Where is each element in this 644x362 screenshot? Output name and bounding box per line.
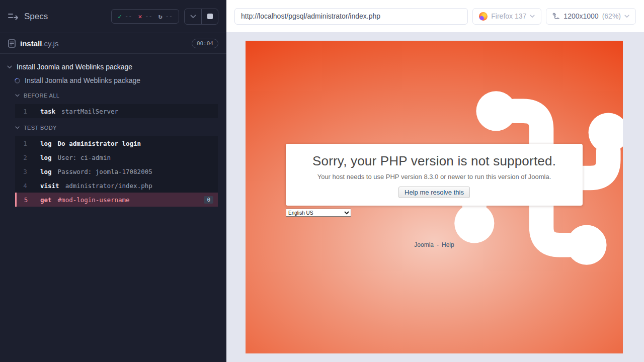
- error-subheading: Your host needs to use PHP version 8.3.0…: [286, 173, 583, 180]
- spec-file-name: install.cy.js: [20, 39, 58, 48]
- test-row[interactable]: Install Joomla and Weblinks package: [0, 73, 226, 88]
- stage: Sorry, your PHP version is not supported…: [226, 33, 644, 362]
- command-number: 3: [15, 168, 35, 175]
- chevron-down-icon: [624, 15, 629, 18]
- reporter: Install Joomla and Weblinks package Inst…: [0, 54, 226, 210]
- php-error-card: Sorry, your PHP version is not supported…: [286, 144, 583, 206]
- command-row[interactable]: 1 task startMailServer: [15, 104, 218, 118]
- browser-label: Firefox 137: [491, 12, 526, 20]
- command-row-active[interactable]: 5 get #mod-login-username 0: [15, 193, 218, 207]
- stop-icon: [207, 14, 213, 19]
- firefox-icon: [479, 12, 488, 21]
- command-message: Password: joomla-17082005: [58, 168, 152, 175]
- joomla-link[interactable]: Joomla: [414, 241, 434, 248]
- command-row[interactable]: 3 log Password: joomla-17082005: [15, 164, 218, 178]
- aut-header: Firefox 137 1200x1000 (62%): [226, 0, 644, 33]
- command-row[interactable]: 4 visit administrator/index.php: [15, 178, 218, 193]
- spec-file-icon: [8, 39, 16, 48]
- language-select[interactable]: English US: [286, 209, 351, 217]
- aut-footer: Joomla-Help: [246, 241, 623, 248]
- specs-header: Specs: [8, 12, 48, 22]
- command-number: 2: [15, 154, 35, 161]
- command-message: administrator/index.php: [65, 182, 152, 190]
- x-icon: ✕: [138, 13, 142, 20]
- ruler-icon: [552, 13, 560, 20]
- command-block-before-all: 1 task startMailServer: [15, 104, 218, 118]
- loop-icon: ↻: [158, 13, 163, 20]
- command-message: startMailServer: [61, 108, 118, 115]
- stat-failed: ✕ --: [138, 13, 152, 20]
- spec-timer: 00:04: [192, 39, 218, 48]
- suite-title: Install Joomla and Weblinks package: [17, 63, 132, 71]
- spec-file-row[interactable]: install.cy.js 00:04: [0, 33, 226, 54]
- failed-count: --: [145, 13, 152, 20]
- command-name: log: [40, 168, 52, 175]
- chevron-down-icon: [15, 94, 20, 97]
- command-number: 1: [15, 108, 35, 115]
- viewport-selector[interactable]: 1200x1000 (62%): [546, 8, 636, 25]
- stop-button[interactable]: [201, 9, 218, 24]
- url-input[interactable]: [234, 8, 468, 25]
- specs-list-icon[interactable]: [8, 13, 18, 21]
- section-label: BEFORE ALL: [24, 93, 59, 99]
- footer-separator: -: [437, 241, 439, 248]
- stat-pending: ↻ --: [158, 13, 173, 20]
- retry-count-badge: 0: [204, 196, 213, 204]
- test-stats: ✓ -- ✕ -- ↻ --: [111, 9, 179, 24]
- test-title: Install Joomla and Weblinks package: [25, 76, 140, 84]
- stat-passed: ✓ --: [118, 13, 132, 20]
- chevron-down-icon: [190, 15, 196, 19]
- viewport-size: 1200x1000: [564, 12, 598, 20]
- chevron-down-icon: [530, 15, 535, 18]
- collapse-button[interactable]: [185, 9, 201, 24]
- command-message: #mod-login-username: [58, 196, 130, 204]
- specs-title: Specs: [24, 12, 48, 22]
- command-name: visit: [40, 182, 59, 190]
- command-message: Do administrator login: [58, 140, 141, 147]
- cypress-sidebar: Specs ✓ -- ✕ -- ↻ --: [0, 0, 226, 362]
- runner-header: Specs ✓ -- ✕ -- ↻ --: [0, 0, 226, 33]
- command-row[interactable]: 2 log User: ci-admin: [15, 150, 218, 164]
- command-name: task: [40, 108, 55, 115]
- command-name: log: [40, 140, 52, 147]
- section-label: TEST BODY: [24, 125, 57, 131]
- command-name: log: [40, 154, 52, 161]
- runner-controls: [184, 9, 218, 25]
- command-block-test-body: 1 log Do administrator login 2 log User:…: [15, 136, 218, 207]
- command-number: 4: [15, 182, 35, 190]
- command-number: 5: [17, 196, 35, 204]
- passed-count: --: [125, 13, 132, 20]
- viewport-scale: (62%): [602, 12, 621, 20]
- suite-row[interactable]: Install Joomla and Weblinks package: [0, 61, 226, 73]
- spec-file-ext: .cy.js: [42, 39, 58, 48]
- section-before-all[interactable]: BEFORE ALL: [0, 89, 226, 102]
- chevron-down-icon: [15, 126, 20, 129]
- command-row[interactable]: 1 log Do administrator login: [15, 136, 218, 150]
- aut-panel: Firefox 137 1200x1000 (62%): [226, 0, 644, 362]
- help-resolve-button[interactable]: Help me resolve this: [398, 187, 470, 198]
- section-test-body[interactable]: TEST BODY: [0, 121, 226, 134]
- check-icon: ✓: [118, 13, 122, 20]
- aut-iframe: Sorry, your PHP version is not supported…: [246, 41, 623, 353]
- command-number: 1: [15, 140, 35, 147]
- help-link[interactable]: Help: [442, 241, 454, 248]
- pending-count: --: [166, 13, 173, 20]
- chevron-down-icon: [7, 65, 12, 69]
- command-name: get: [40, 196, 52, 204]
- browser-selector[interactable]: Firefox 137: [472, 8, 541, 25]
- command-message: User: ci-admin: [58, 154, 111, 161]
- error-heading: Sorry, your PHP version is not supported…: [286, 153, 583, 169]
- running-spinner-icon: [14, 76, 21, 84]
